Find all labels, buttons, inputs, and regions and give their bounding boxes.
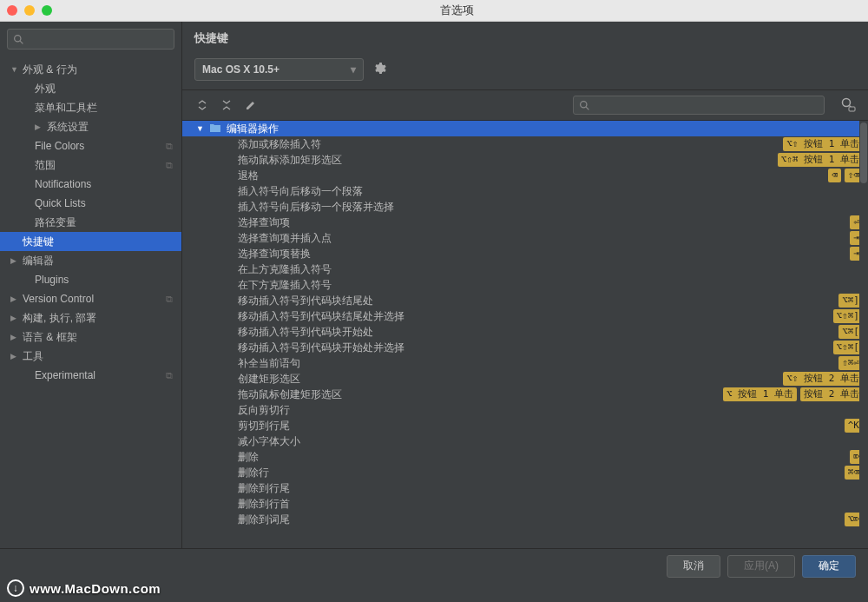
scope-badge-icon: ⧉ [166, 370, 173, 381]
action-row[interactable]: 在上方克隆插入符号 [182, 261, 868, 277]
action-label: 退格 [196, 169, 828, 183]
actions-search-input[interactable] [573, 96, 825, 115]
chevron-down-icon[interactable] [10, 65, 21, 74]
sidebar-item[interactable]: Plugins [0, 270, 181, 289]
action-row[interactable]: 移动插入符号到代码块开始处⌥⌘[ [182, 324, 868, 340]
chevron-right-icon[interactable] [10, 352, 21, 361]
action-label: 创建矩形选区 [196, 372, 783, 387]
sidebar-item[interactable]: 菜单和工具栏 [0, 98, 181, 117]
ok-button[interactable]: 确定 [802, 555, 856, 578]
watermark-text: www.MacDown.com [30, 581, 161, 596]
svg-point-0 [15, 35, 21, 41]
action-row[interactable]: 退格⌫⇧⌫ [182, 168, 868, 183]
sidebar-item[interactable]: 构建, 执行, 部署 [0, 308, 181, 327]
sidebar-item-label: 范围 [35, 158, 166, 173]
keymap-scheme-label: Mac OS X 10.5+ [202, 63, 279, 76]
scope-badge-icon: ⧉ [166, 160, 173, 171]
sidebar-item-label: 工具 [23, 349, 181, 364]
collapse-all-icon[interactable] [219, 97, 234, 113]
shortcut-badge: 按钮 2 单击 [800, 387, 863, 401]
action-label: 删除 [196, 450, 850, 465]
chevron-down-icon[interactable]: ▼ [196, 124, 204, 133]
sidebar-item[interactable]: 范围⧉ [0, 155, 181, 175]
action-row[interactable]: 删除到行首 [182, 496, 868, 512]
watermark: ↓ www.MacDown.com [7, 579, 161, 597]
sidebar-item[interactable]: 语言 & 框架 [0, 327, 181, 347]
action-label: 在下方克隆插入符号 [196, 278, 863, 293]
action-label: 删除行 [196, 466, 845, 480]
action-group-header[interactable]: ▼编辑器操作 [182, 121, 868, 136]
scrollbar[interactable] [859, 121, 868, 548]
chevron-right-icon[interactable] [10, 333, 21, 341]
minimize-icon[interactable] [24, 5, 35, 16]
gear-icon[interactable] [372, 62, 386, 78]
action-label: 删除到行尾 [196, 481, 863, 496]
scrollbar-thumb[interactable] [860, 122, 867, 183]
sidebar-item[interactable]: Experimental⧉ [0, 366, 181, 385]
scope-badge-icon: ⧉ [166, 141, 173, 152]
chevron-right-icon[interactable] [10, 314, 21, 322]
action-label: 移动插入符号到代码块开始处 [196, 325, 838, 340]
action-row[interactable]: 删除到词尾⌥⌦ [182, 512, 868, 527]
sidebar-item[interactable]: File Colors⧉ [0, 136, 181, 155]
action-row[interactable]: 插入符号向后移动一个段落 [182, 183, 868, 199]
action-row[interactable]: 减小字体大小 [182, 433, 868, 449]
expand-all-icon[interactable] [194, 97, 210, 113]
action-label: 补全当前语句 [196, 356, 838, 371]
keymap-scheme-select[interactable]: Mac OS X 10.5+ [194, 58, 364, 81]
action-row[interactable]: 反向剪切行 [182, 402, 868, 418]
action-row[interactable]: 插入符号向后移动一个段落并选择 [182, 199, 868, 215]
action-row[interactable]: 移动插入符号到代码块结尾处并选择⌥⇧⌘] [182, 308, 868, 324]
titlebar: 首选项 [0, 0, 868, 22]
cancel-button[interactable]: 取消 [667, 555, 720, 578]
sidebar-item-label: File Colors [35, 140, 166, 152]
sidebar-item[interactable]: 外观 [0, 79, 181, 98]
action-row[interactable]: 补全当前语句⇧⌘⏎ [182, 355, 868, 371]
action-row[interactable]: 拖动鼠标创建矩形选区⌥ 按钮 1 单击按钮 2 单击 [182, 387, 868, 402]
action-label: 拖动鼠标创建矩形选区 [196, 387, 723, 402]
content-panel: 快捷键 Mac OS X 10.5+ [182, 22, 868, 548]
action-row[interactable]: 添加或移除插入符⌥⇧ 按钮 1 单击 [182, 136, 868, 152]
action-row[interactable]: 选择查询项并插入点⇥ [182, 230, 868, 246]
chevron-right-icon[interactable] [10, 294, 21, 303]
action-row[interactable]: 在下方克隆插入符号 [182, 277, 868, 293]
action-row[interactable]: 移动插入符号到代码块开始处并选择⌥⇧⌘[ [182, 340, 868, 355]
sidebar-item[interactable]: 系统设置 [0, 117, 181, 136]
sidebar-item[interactable]: Notifications [0, 175, 181, 194]
sidebar-item[interactable]: Version Control⧉ [0, 289, 181, 308]
action-row[interactable]: 删除行⌘⌫ [182, 465, 868, 480]
find-by-shortcut-icon[interactable] [840, 96, 856, 115]
sidebar-search-input[interactable] [7, 29, 174, 50]
action-row[interactable]: 删除⌦ [182, 449, 868, 465]
action-label: 移动插入符号到代码块结尾处 [196, 294, 838, 308]
action-row[interactable]: 删除到行尾 [182, 480, 868, 496]
sidebar-item[interactable]: 路径变量 [0, 213, 181, 232]
shortcut-badge: ⌥⇧⌘] [833, 309, 864, 323]
apply-button[interactable]: 应用(A) [727, 555, 795, 578]
sidebar-item[interactable]: 工具 [0, 347, 181, 366]
action-row[interactable]: 移动插入符号到代码块结尾处⌥⌘] [182, 293, 868, 308]
close-icon[interactable] [7, 5, 17, 16]
chevron-right-icon[interactable] [10, 256, 21, 265]
action-row[interactable]: 创建矩形选区⌥⇧ 按钮 2 单击 [182, 371, 868, 387]
edit-icon[interactable] [243, 97, 259, 113]
sidebar-item-label: 编辑器 [23, 254, 181, 268]
sidebar: 外观 & 行为外观菜单和工具栏系统设置File Colors⧉范围⧉Notifi… [0, 22, 182, 548]
chevron-right-icon[interactable] [35, 122, 45, 131]
action-row[interactable]: 拖动鼠标添加矩形选区⌥⇧⌘ 按钮 1 单击 [182, 152, 868, 168]
sidebar-item-label: 构建, 执行, 部署 [23, 311, 181, 326]
group-label: 编辑器操作 [227, 122, 868, 136]
actions-table[interactable]: ▼编辑器操作 添加或移除插入符⌥⇧ 按钮 1 单击拖动鼠标添加矩形选区⌥⇧⌘ 按… [182, 121, 868, 548]
sidebar-item[interactable]: 外观 & 行为 [0, 60, 181, 79]
sidebar-item[interactable]: 快捷键 [0, 232, 181, 251]
action-row[interactable]: 剪切到行尾^K [182, 418, 868, 433]
sidebar-item[interactable]: Quick Lists [0, 194, 181, 213]
sidebar-item-label: 路径变量 [35, 215, 181, 230]
action-row[interactable]: 选择查询项替换⇥ [182, 246, 868, 261]
sidebar-item[interactable]: 编辑器 [0, 251, 181, 270]
action-row[interactable]: 选择查询项⏎ [182, 215, 868, 230]
action-label: 选择查询项 [196, 215, 850, 230]
maximize-icon[interactable] [42, 5, 52, 16]
sidebar-item-label: 语言 & 框架 [23, 330, 181, 345]
action-label: 移动插入符号到代码块开始处并选择 [196, 341, 833, 355]
